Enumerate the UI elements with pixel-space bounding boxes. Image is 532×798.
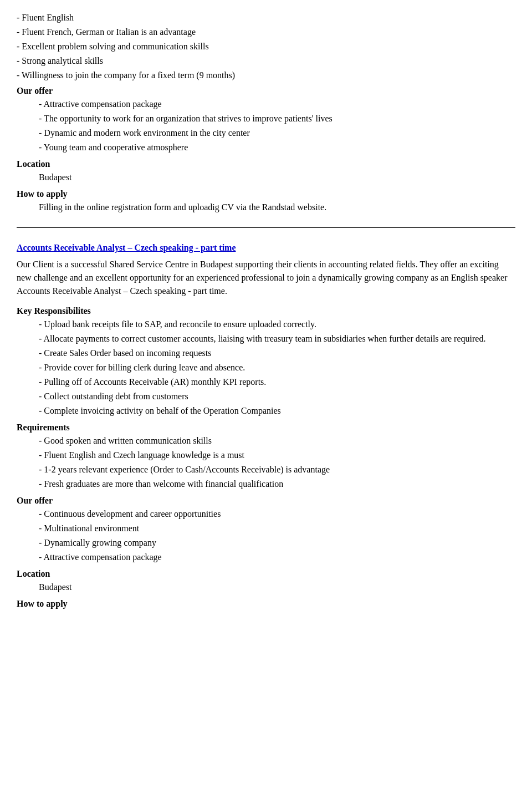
requirements-list: - Good spoken and written communication … — [17, 434, 515, 491]
req-item-4: - Strong analytical skills — [17, 54, 515, 68]
offer-item-2: - The opportunity to work for an organiz… — [39, 112, 515, 125]
offer-item-3: - Dynamic and modern work environment in… — [39, 126, 515, 140]
location-section-2: Location Budapest — [17, 567, 515, 594]
how-to-apply-section-2: How to apply — [17, 597, 515, 611]
req-item-2: - Fluent French, German or Italian is an… — [17, 26, 515, 39]
our-offer-section-2: Our offer - Continuous development and c… — [17, 494, 515, 564]
job-title-section: Accounts Receivable Analyst – Czech spea… — [17, 241, 515, 255]
our-offer-title: Our offer — [17, 86, 53, 95]
location-value: Budapest — [17, 171, 515, 184]
section1: - Fluent English - Fluent French, German… — [17, 11, 515, 214]
resp-item-7: - Complete invoicing activity on behalf … — [39, 404, 515, 418]
offer2-item-1: - Continuous development and career oppo… — [39, 507, 515, 521]
divider — [17, 227, 515, 228]
our-offer-section: Our offer - Attractive compensation pack… — [17, 84, 515, 154]
req2-item-1: - Good spoken and written communication … — [39, 434, 515, 448]
offer2-item-3: - Dynamically growing company — [39, 536, 515, 550]
offer2-item-2: - Multinational environment — [39, 522, 515, 535]
key-resp-section: Key Responsibilites - Upload bank receip… — [17, 304, 515, 418]
location-section: Location Budapest — [17, 157, 515, 184]
location-title-2: Location — [17, 569, 50, 578]
resp-item-3: - Create Sales Order based on incoming r… — [39, 347, 515, 360]
resp-item-1: - Upload bank receipts file to SAP, and … — [39, 318, 515, 331]
requirements-list: - Fluent English - Fluent French, German… — [17, 11, 515, 82]
resp-item-4: - Provide cover for billing clerk during… — [39, 361, 515, 374]
offer-item-4: - Young team and cooperative atmosphere — [39, 141, 515, 154]
our-offer-list: - Attractive compensation package - The … — [17, 98, 515, 154]
resp-item-5: - Pulling off of Accounts Receivable (AR… — [39, 375, 515, 389]
req-item-1: - Fluent English — [17, 11, 515, 24]
how-to-apply-section: How to apply Filling in the online regis… — [17, 187, 515, 214]
requirements-title: Requirements — [17, 423, 70, 432]
job-title-link[interactable]: Accounts Receivable Analyst – Czech spea… — [17, 243, 236, 252]
offer2-item-4: - Attractive compensation package — [39, 551, 515, 564]
how-to-apply-title: How to apply — [17, 189, 68, 199]
req2-item-4: - Fresh graduates are more than welcome … — [39, 477, 515, 491]
req2-item-2: - Fluent English and Czech language know… — [39, 449, 515, 462]
req2-item-3: - 1-2 years relevant experience (Order t… — [39, 463, 515, 476]
resp-item-6: - Collect outstanding debt from customer… — [39, 390, 515, 403]
req-item-5: - Willingness to join the company for a … — [17, 69, 515, 82]
section2: Accounts Receivable Analyst – Czech spea… — [17, 241, 515, 611]
requirements-section: Requirements - Good spoken and written c… — [17, 421, 515, 491]
location-title: Location — [17, 159, 50, 169]
our-offer-title-2: Our offer — [17, 496, 53, 505]
location-value-2: Budapest — [17, 581, 515, 594]
offer-item-1: - Attractive compensation package — [39, 98, 515, 111]
how-to-apply-text: Filling in the online registration form … — [17, 201, 515, 214]
how-to-apply-title-2: How to apply — [17, 599, 68, 608]
key-resp-list: - Upload bank receipts file to SAP, and … — [17, 318, 515, 418]
req-item-3: - Excellent problem solving and communic… — [17, 40, 515, 53]
resp-item-2: - Allocate payments to correct customer … — [39, 332, 515, 345]
intro-paragraph: Our Client is a successful Shared Servic… — [17, 258, 515, 298]
our-offer-list-2: - Continuous development and career oppo… — [17, 507, 515, 564]
intro-section: Our Client is a successful Shared Servic… — [17, 258, 515, 298]
key-resp-title: Key Responsibilites — [17, 304, 515, 318]
